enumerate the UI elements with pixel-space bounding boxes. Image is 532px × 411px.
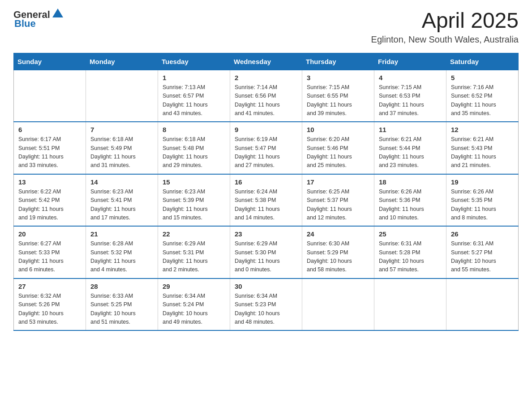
- calendar-cell: 27Sunrise: 6:32 AM Sunset: 5:26 PM Dayli…: [14, 278, 86, 331]
- day-info: Sunrise: 6:20 AM Sunset: 5:46 PM Dayligh…: [307, 135, 369, 170]
- calendar-cell: 28Sunrise: 6:33 AM Sunset: 5:25 PM Dayli…: [86, 278, 158, 331]
- calendar-cell: 21Sunrise: 6:28 AM Sunset: 5:32 PM Dayli…: [86, 226, 158, 278]
- day-number: 23: [235, 230, 297, 238]
- day-number: 22: [163, 230, 225, 238]
- day-number: 25: [379, 230, 442, 238]
- header-sunday: Sunday: [14, 53, 86, 70]
- day-info: Sunrise: 6:26 AM Sunset: 5:35 PM Dayligh…: [451, 188, 514, 223]
- week-row-3: 13Sunrise: 6:22 AM Sunset: 5:42 PM Dayli…: [14, 174, 519, 227]
- day-info: Sunrise: 6:26 AM Sunset: 5:36 PM Dayligh…: [379, 188, 442, 223]
- day-info: Sunrise: 6:24 AM Sunset: 5:38 PM Dayligh…: [235, 188, 297, 223]
- header-tuesday: Tuesday: [158, 53, 230, 70]
- day-number: 13: [18, 178, 81, 186]
- day-number: 9: [235, 126, 297, 133]
- header-wednesday: Wednesday: [230, 53, 302, 70]
- day-info: Sunrise: 6:21 AM Sunset: 5:43 PM Dayligh…: [451, 135, 514, 170]
- calendar-cell: 13Sunrise: 6:22 AM Sunset: 5:42 PM Dayli…: [14, 174, 86, 227]
- day-info: Sunrise: 6:18 AM Sunset: 5:49 PM Dayligh…: [90, 135, 153, 170]
- day-number: 30: [235, 283, 297, 290]
- day-number: 3: [307, 74, 369, 81]
- day-info: Sunrise: 6:18 AM Sunset: 5:48 PM Dayligh…: [163, 135, 225, 170]
- day-number: 12: [451, 126, 514, 133]
- calendar-cell: 15Sunrise: 6:23 AM Sunset: 5:39 PM Dayli…: [158, 174, 230, 227]
- location-subtitle: Eglinton, New South Wales, Australia: [371, 34, 519, 45]
- svg-marker-0: [52, 9, 63, 17]
- day-info: Sunrise: 6:27 AM Sunset: 5:33 PM Dayligh…: [18, 240, 81, 274]
- calendar-cell: 30Sunrise: 6:34 AM Sunset: 5:23 PM Dayli…: [230, 278, 302, 331]
- calendar-cell: 23Sunrise: 6:29 AM Sunset: 5:30 PM Dayli…: [230, 226, 302, 278]
- day-info: Sunrise: 6:32 AM Sunset: 5:26 PM Dayligh…: [18, 292, 81, 327]
- calendar-cell: 1Sunrise: 7:13 AM Sunset: 6:57 PM Daylig…: [158, 70, 230, 122]
- week-row-4: 20Sunrise: 6:27 AM Sunset: 5:33 PM Dayli…: [14, 226, 519, 278]
- calendar-cell: 9Sunrise: 6:19 AM Sunset: 5:47 PM Daylig…: [230, 122, 302, 174]
- calendar-cell: 8Sunrise: 6:18 AM Sunset: 5:48 PM Daylig…: [158, 122, 230, 174]
- calendar-cell: [86, 70, 158, 122]
- day-number: 5: [451, 74, 514, 81]
- calendar-cell: 4Sunrise: 7:15 AM Sunset: 6:53 PM Daylig…: [374, 70, 446, 122]
- header-saturday: Saturday: [446, 53, 519, 70]
- day-number: 17: [307, 178, 369, 186]
- day-info: Sunrise: 7:13 AM Sunset: 6:57 PM Dayligh…: [163, 83, 225, 118]
- calendar-cell: 20Sunrise: 6:27 AM Sunset: 5:33 PM Dayli…: [14, 226, 86, 278]
- calendar-cell: [302, 278, 374, 331]
- calendar-cell: 6Sunrise: 6:17 AM Sunset: 5:51 PM Daylig…: [14, 122, 86, 174]
- calendar-cell: 19Sunrise: 6:26 AM Sunset: 5:35 PM Dayli…: [446, 174, 519, 227]
- header-monday: Monday: [86, 53, 158, 70]
- day-number: 4: [379, 74, 442, 81]
- calendar-cell: 24Sunrise: 6:30 AM Sunset: 5:29 PM Dayli…: [302, 226, 374, 278]
- calendar-cell: 16Sunrise: 6:24 AM Sunset: 5:38 PM Dayli…: [230, 174, 302, 227]
- calendar-cell: 14Sunrise: 6:23 AM Sunset: 5:41 PM Dayli…: [86, 174, 158, 227]
- day-info: Sunrise: 6:33 AM Sunset: 5:25 PM Dayligh…: [90, 292, 153, 327]
- calendar-cell: 18Sunrise: 6:26 AM Sunset: 5:36 PM Dayli…: [374, 174, 446, 227]
- calendar-cell: 10Sunrise: 6:20 AM Sunset: 5:46 PM Dayli…: [302, 122, 374, 174]
- day-info: Sunrise: 7:14 AM Sunset: 6:56 PM Dayligh…: [235, 83, 297, 118]
- logo: General Blue: [13, 9, 64, 30]
- calendar-cell: 5Sunrise: 7:16 AM Sunset: 6:52 PM Daylig…: [446, 70, 519, 122]
- calendar-cell: 17Sunrise: 6:25 AM Sunset: 5:37 PM Dayli…: [302, 174, 374, 227]
- day-number: 24: [307, 230, 369, 238]
- header-thursday: Thursday: [302, 53, 374, 70]
- day-number: 7: [90, 126, 153, 133]
- header-friday: Friday: [374, 53, 446, 70]
- day-number: 10: [307, 126, 369, 133]
- day-info: Sunrise: 6:34 AM Sunset: 5:24 PM Dayligh…: [163, 292, 225, 327]
- day-number: 29: [163, 283, 225, 290]
- calendar-table: SundayMondayTuesdayWednesdayThursdayFrid…: [13, 53, 519, 331]
- day-info: Sunrise: 7:16 AM Sunset: 6:52 PM Dayligh…: [451, 83, 514, 118]
- day-info: Sunrise: 6:31 AM Sunset: 5:27 PM Dayligh…: [451, 240, 514, 274]
- calendar-cell: 11Sunrise: 6:21 AM Sunset: 5:44 PM Dayli…: [374, 122, 446, 174]
- calendar-cell: [14, 70, 86, 122]
- page-header: General Blue April 2025 Eglinton, New So…: [13, 9, 519, 45]
- day-number: 14: [90, 178, 153, 186]
- day-info: Sunrise: 6:34 AM Sunset: 5:23 PM Dayligh…: [235, 292, 297, 327]
- calendar-cell: 25Sunrise: 6:31 AM Sunset: 5:28 PM Dayli…: [374, 226, 446, 278]
- day-info: Sunrise: 7:15 AM Sunset: 6:53 PM Dayligh…: [379, 83, 442, 118]
- day-number: 20: [18, 230, 81, 238]
- day-info: Sunrise: 6:22 AM Sunset: 5:42 PM Dayligh…: [18, 188, 81, 223]
- day-info: Sunrise: 6:23 AM Sunset: 5:41 PM Dayligh…: [90, 188, 153, 223]
- calendar-cell: [446, 278, 519, 331]
- day-number: 26: [451, 230, 514, 238]
- day-number: 6: [18, 126, 81, 133]
- day-number: 27: [18, 283, 81, 290]
- day-number: 8: [163, 126, 225, 133]
- calendar-cell: 2Sunrise: 7:14 AM Sunset: 6:56 PM Daylig…: [230, 70, 302, 122]
- day-number: 2: [235, 74, 297, 81]
- calendar-header-row: SundayMondayTuesdayWednesdayThursdayFrid…: [14, 53, 519, 70]
- day-info: Sunrise: 6:29 AM Sunset: 5:31 PM Dayligh…: [163, 240, 225, 274]
- day-info: Sunrise: 6:28 AM Sunset: 5:32 PM Dayligh…: [90, 240, 153, 274]
- logo-blue-text: Blue: [14, 18, 36, 30]
- day-number: 16: [235, 178, 297, 186]
- day-number: 28: [90, 283, 153, 290]
- day-number: 18: [379, 178, 442, 186]
- week-row-1: 1Sunrise: 7:13 AM Sunset: 6:57 PM Daylig…: [14, 70, 519, 122]
- calendar-cell: 3Sunrise: 7:15 AM Sunset: 6:55 PM Daylig…: [302, 70, 374, 122]
- week-row-2: 6Sunrise: 6:17 AM Sunset: 5:51 PM Daylig…: [14, 122, 519, 174]
- day-info: Sunrise: 6:31 AM Sunset: 5:28 PM Dayligh…: [379, 240, 442, 274]
- calendar-cell: 7Sunrise: 6:18 AM Sunset: 5:49 PM Daylig…: [86, 122, 158, 174]
- day-info: Sunrise: 7:15 AM Sunset: 6:55 PM Dayligh…: [307, 83, 369, 118]
- day-info: Sunrise: 6:17 AM Sunset: 5:51 PM Dayligh…: [18, 135, 81, 170]
- week-row-5: 27Sunrise: 6:32 AM Sunset: 5:26 PM Dayli…: [14, 278, 519, 331]
- day-info: Sunrise: 6:29 AM Sunset: 5:30 PM Dayligh…: [235, 240, 297, 274]
- day-info: Sunrise: 6:30 AM Sunset: 5:29 PM Dayligh…: [307, 240, 369, 274]
